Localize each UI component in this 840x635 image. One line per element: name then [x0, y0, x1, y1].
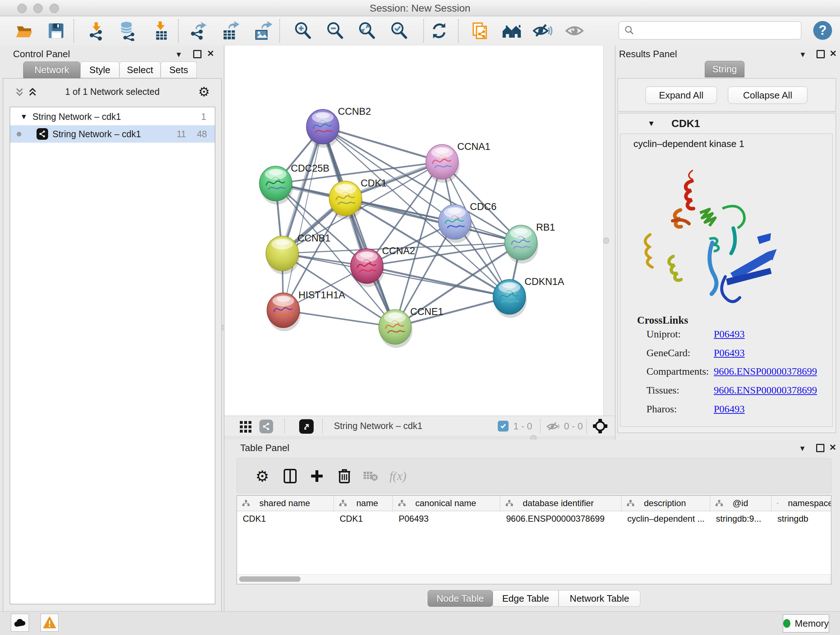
table-cell[interactable]: P06493 [393, 511, 500, 527]
add-column-icon[interactable] [306, 465, 328, 487]
crosslink-link[interactable]: 9606.ENSP00000378699 [714, 366, 817, 377]
help-button[interactable]: ? [813, 21, 832, 40]
clone-network-icon[interactable] [469, 20, 490, 42]
edge-CCNB2-CCNA1[interactable] [323, 127, 442, 162]
zoom-out-icon[interactable] [324, 20, 346, 42]
node-CCNE1[interactable] [379, 310, 412, 348]
refresh-layout-icon[interactable] [428, 20, 450, 42]
node-CDC25B[interactable] [259, 166, 293, 204]
string-network-graph[interactable]: CCNB2CCNA1CDC25BCDK1CDC6RB1CCNB1CCNA2CDK… [225, 46, 603, 416]
column-header--id[interactable]: @id [710, 496, 772, 511]
column-header-shared-name[interactable]: shared name [237, 496, 334, 511]
edge-CCNB2-HIST1H1A[interactable] [283, 127, 323, 310]
node-RB1[interactable] [505, 225, 538, 264]
expand-all-button[interactable]: Expand All [645, 87, 717, 104]
column-header-namespace[interactable]: namespace [772, 496, 831, 511]
column-header-database-identifier[interactable]: database identifier [500, 496, 622, 511]
import-table-icon[interactable] [150, 20, 172, 42]
crosslink-link[interactable]: 9606.ENSP00000378699 [714, 385, 817, 396]
network-row[interactable]: String Network – cdk1 11 48 [10, 125, 215, 143]
panel-float-icon[interactable] [816, 50, 825, 58]
tab-select[interactable]: Select [119, 62, 161, 78]
node-CCNB2[interactable] [306, 109, 340, 148]
warnings-button[interactable] [41, 614, 58, 632]
show-columns-icon[interactable] [279, 465, 301, 487]
panel-collapse-icon[interactable]: ▾ [800, 444, 805, 453]
panel-float-icon[interactable] [193, 50, 202, 58]
birdseye-view-icon[interactable] [299, 419, 314, 434]
cloud-icon [14, 618, 26, 627]
panel-float-icon[interactable] [816, 444, 824, 452]
node-CDK1[interactable] [329, 181, 363, 219]
export-table-icon[interactable] [219, 20, 241, 42]
search-input[interactable] [638, 25, 801, 36]
tab-sets[interactable]: Sets [161, 62, 197, 78]
crosslink-link[interactable]: P06493 [714, 403, 745, 415]
results-actions-box: Expand All Collapse All [617, 78, 836, 111]
search-box[interactable] [619, 21, 801, 40]
gene-section-header[interactable]: ▼ CDK1 [618, 113, 836, 133]
tree-expand-icon[interactable]: ▼ [20, 112, 27, 121]
table-settings-gear-icon[interactable]: ⚙ [251, 465, 273, 487]
network-collection-row[interactable]: ▼ String Network – cdk1 1 [10, 108, 215, 125]
export-image-icon[interactable] [252, 20, 273, 42]
table-cell[interactable]: CDK1 [334, 511, 393, 527]
open-session-icon[interactable] [13, 20, 35, 42]
zoom-selected-icon[interactable] [388, 20, 410, 42]
section-collapse-icon[interactable]: ▼ [647, 119, 655, 128]
hidden-eye-icon[interactable] [546, 421, 561, 432]
node-label-RB1: RB1 [536, 222, 555, 233]
panel-collapse-icon[interactable]: ▾ [801, 50, 805, 59]
column-header-name[interactable]: name [334, 496, 393, 511]
network-view-type-icon[interactable] [259, 420, 273, 433]
save-session-icon[interactable] [45, 20, 67, 42]
show-eye-icon[interactable] [564, 20, 585, 42]
scrollbar-thumb[interactable] [239, 576, 301, 582]
table-cell[interactable]: 9606.ENSP00000378699 [500, 511, 622, 527]
table-horizontal-scrollbar[interactable] [237, 574, 831, 584]
delete-table-icon [360, 465, 381, 487]
tab-network[interactable]: Network [23, 62, 80, 78]
crosslink-link[interactable]: P06493 [714, 328, 745, 340]
tab-edge-table[interactable]: Edge Table [493, 590, 559, 607]
collapse-all-button[interactable]: Collapse All [728, 87, 807, 104]
crosslink-link[interactable]: P06493 [714, 347, 745, 359]
table-cell[interactable]: stringdb [772, 511, 831, 527]
node-CDKN1A[interactable] [493, 279, 527, 318]
gear-icon[interactable]: ⚙ [198, 84, 210, 100]
table-cell[interactable]: cyclin–dependent ... [622, 511, 710, 527]
panel-close-icon[interactable]: ✕ [207, 49, 214, 58]
edge-CCNA2-CDKN1A[interactable] [367, 266, 509, 297]
zoom-fit-icon[interactable] [356, 20, 378, 42]
fit-selected-crosshair-icon[interactable] [592, 418, 608, 434]
column-header-description[interactable]: description [622, 496, 710, 511]
node-table[interactable]: shared namenamecanonical namedatabase id… [237, 495, 831, 584]
right-splitter-handle[interactable] [603, 238, 609, 244]
node-CCNB1[interactable] [266, 236, 300, 274]
cloud-button[interactable] [11, 614, 29, 632]
export-network-icon[interactable] [187, 20, 209, 42]
grid-view-icon[interactable] [239, 420, 253, 433]
memory-button[interactable]: Memory [783, 614, 829, 632]
import-database-icon[interactable] [118, 20, 139, 42]
home-networks-icon[interactable] [501, 20, 523, 42]
tab-string[interactable]: String [705, 61, 745, 78]
selected-checkbox-icon[interactable] [498, 421, 508, 432]
edge-CCNA1-CCNE1[interactable] [395, 162, 442, 327]
tab-node-table[interactable]: Node Table [428, 590, 493, 607]
network-view-canvas[interactable]: CCNB2CCNA1CDC25BCDK1CDC6RB1CCNB1CCNA2CDK… [225, 46, 603, 416]
node-HIST1H1A[interactable] [267, 293, 301, 331]
panel-close-icon[interactable]: ✕ [829, 443, 836, 452]
zoom-in-icon[interactable] [292, 20, 314, 42]
import-network-icon[interactable] [86, 20, 107, 42]
delete-column-icon[interactable] [333, 465, 355, 487]
hide-unhide-icon[interactable] [531, 20, 553, 42]
node-CCNA2[interactable] [351, 249, 384, 287]
panel-close-icon[interactable]: ✕ [829, 49, 837, 58]
table-cell[interactable]: stringdb:9... [710, 511, 772, 527]
tab-style[interactable]: Style [80, 62, 119, 78]
tab-network-table[interactable]: Network Table [559, 590, 640, 607]
panel-collapse-icon[interactable]: ▾ [177, 50, 181, 59]
table-cell[interactable]: CDK1 [237, 511, 334, 527]
column-header-canonical-name[interactable]: canonical name [393, 496, 500, 511]
